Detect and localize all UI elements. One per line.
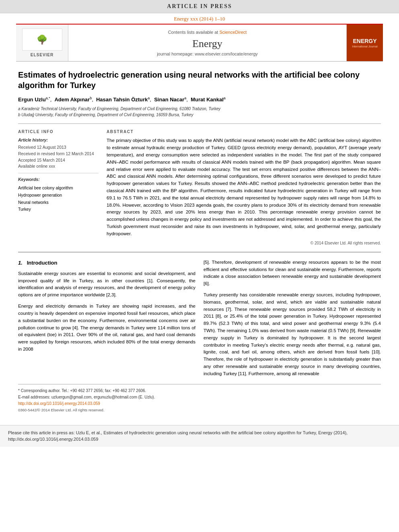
body-col-right: [5]. Therefore, development of renewable…: [204, 259, 381, 378]
section-divider: [18, 252, 381, 253]
intro-para-1: Sustainable energy sources are essential…: [18, 270, 195, 299]
keyword-3: Neural networks: [18, 199, 99, 206]
contents-prefix: Contents lists available at: [168, 30, 220, 35]
keyword-2: Hydropower generation: [18, 192, 99, 199]
abstract-text: The primary objective of this study was …: [107, 137, 381, 237]
author-ergun-uzlu-super: a,*: [46, 96, 50, 100]
body-right-para-2: Turkey presently has considerable renewa…: [204, 292, 381, 378]
issn-line: 0360-5442/© 2014 Elsevier Ltd. All right…: [18, 407, 381, 413]
section-num: 1.: [18, 260, 23, 266]
journal-title: Energy: [192, 38, 222, 50]
article-title: Estimates of hydroelectric generation us…: [18, 70, 381, 90]
author-sinan-nacar: Sinan Nacar: [154, 97, 184, 103]
accepted-date: Accepted 15 March 2014: [18, 158, 65, 162]
author-sinan-nacar-super: a: [184, 96, 186, 100]
abstract-label: ABSTRACT: [107, 129, 381, 134]
elsevier-label: ELSEVIER: [31, 53, 53, 57]
author-murat-kankal: Murat Kankal: [191, 97, 224, 103]
bottom-citation-bar: Please cite this article in press as: Uz…: [0, 425, 399, 447]
affiliations: a Karadeniz Technical University, Facult…: [18, 106, 381, 118]
article-info-block: Article history: Received 12 August 2013…: [18, 137, 99, 213]
email-label: E-mail addresses:: [18, 395, 50, 399]
email-addresses: uzluergun@gmail.com, ergunuzlu@hotmail.c…: [51, 395, 155, 399]
keywords-list: Artificial bee colony algorithm Hydropow…: [18, 185, 99, 213]
keyword-1: Artificial bee colony algorithm: [18, 185, 99, 192]
author-adem-akpinar: Adem Akpınar: [54, 97, 90, 103]
article-info-abstract-section: ARTICLE INFO Article history: Received 1…: [18, 123, 381, 245]
elsevier-logo-section: 🌳 ELSEVIER: [16, 25, 68, 61]
article-info-column: ARTICLE INFO Article history: Received 1…: [18, 129, 99, 245]
authors-line: Ergun Uzlua,*, Adem Akpınarb, Hasan Tahs…: [18, 96, 381, 103]
affiliation-b: b Uludağ University, Faculty of Engineer…: [18, 112, 381, 118]
intro-heading: 1. Introduction: [18, 259, 195, 267]
abstract-column: ABSTRACT The primary objective of this s…: [107, 129, 381, 245]
history-label: Article history:: [18, 137, 99, 144]
energy-right-logo: ENERGY: [353, 37, 376, 45]
intro-para-2: Energy and electricity demands in Turkey…: [18, 303, 195, 353]
body-col-left: 1. Introduction Sustainable energy sourc…: [18, 259, 195, 378]
keywords-label: Keywords:: [18, 177, 99, 183]
journal-center: Contents lists available at ScienceDirec…: [68, 25, 347, 61]
article-in-press-banner: ARTICLE IN PRESS: [0, 0, 399, 13]
copyright-line: © 2014 Elsevier Ltd. All rights reserved…: [107, 241, 381, 245]
body-two-col: 1. Introduction Sustainable energy sourc…: [18, 259, 381, 378]
received-date: Received 12 August 2013: [18, 145, 66, 150]
available-online: Available online xxx: [18, 164, 55, 168]
doi-link[interactable]: http://dx.doi.org/10.1016/j.energy.2014.…: [18, 401, 381, 407]
corresponding-author-note: * Corresponding author. Tel.: +90 462 37…: [18, 388, 381, 394]
energy-header-bar: Energy xxx (2014) 1–10: [0, 13, 399, 24]
email-note: E-mail addresses: uzluergun@gmail.com, e…: [18, 394, 381, 401]
energy-right-logo-section: ENERGY International Journal: [347, 25, 383, 61]
journal-header: 🌳 ELSEVIER Contents lists available at S…: [16, 24, 383, 62]
sciencedirect-link[interactable]: ScienceDirect: [219, 30, 247, 35]
contents-line: Contents lists available at ScienceDirec…: [168, 30, 247, 35]
elsevier-logo-box: 🌳: [22, 29, 62, 51]
body-right-para-1: [5]. Therefore, development of renewable…: [204, 259, 381, 288]
elsevier-tree-icon: 🌳: [37, 35, 47, 44]
author-adem-akpinar-super: b: [90, 96, 92, 100]
author-hasan-ozturk-super: a: [148, 96, 150, 100]
author-ergun-uzlu: Ergun Uzlu: [18, 97, 46, 103]
footnote-section: * Corresponding author. Tel.: +90 462 37…: [18, 384, 381, 413]
author-murat-kankal-super: a: [224, 96, 226, 100]
keyword-4: Turkey: [18, 206, 99, 213]
energy-right-sub: International Journal: [352, 45, 377, 48]
author-hasan-ozturk: Hasan Tahsin Özturk: [96, 97, 148, 103]
article-info-label: ARTICLE INFO: [18, 129, 99, 134]
journal-homepage: journal homepage: www.elsevier.com/locat…: [157, 51, 258, 56]
revised-date: Received in revised form 12 March 2014: [18, 151, 94, 156]
main-content: Estimates of hydroelectric generation us…: [0, 62, 399, 421]
affiliation-a: a Karadeniz Technical University, Facult…: [18, 106, 381, 112]
keywords-section: Keywords: Artificial bee colony algorith…: [18, 177, 99, 213]
